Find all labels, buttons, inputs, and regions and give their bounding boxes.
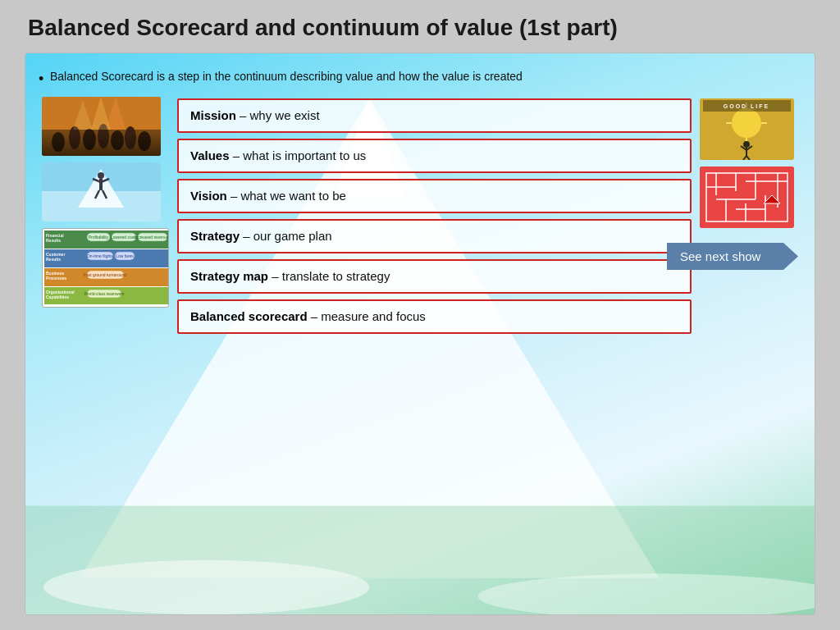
values-text: – what is important to us [230, 148, 367, 163]
svg-text:GOOD LIFE: GOOD LIFE [724, 103, 770, 109]
svg-point-58 [743, 141, 750, 148]
person-mountain-image [42, 162, 161, 221]
scorecard-diagram: Financial Results Profitability Lowered … [42, 228, 169, 308]
page-title: Balanced Scorecard and continuum of valu… [25, 15, 815, 41]
strategy-label: Strategy [190, 229, 240, 244]
svg-point-7 [52, 132, 65, 152]
content-area: Financial Results Profitability Lowered … [42, 97, 798, 605]
svg-point-13 [138, 131, 151, 151]
center-boxes: Mission – why we exist Values – what is … [177, 97, 692, 605]
svg-text:Fast ground turnaround: Fast ground turnaround [84, 272, 126, 277]
balanced-scorecard-text: – measure and focus [308, 309, 426, 324]
mission-box: Mission – why we exist [177, 98, 692, 133]
svg-text:Profitability: Profitability [89, 235, 109, 240]
svg-text:Processes: Processes [46, 276, 66, 281]
svg-text:Results: Results [46, 238, 61, 243]
see-next-button[interactable]: See next show [667, 243, 798, 270]
svg-text:On-time flights: On-time flights [87, 253, 114, 258]
strategy-map-label: Strategy map [190, 269, 268, 284]
svg-text:Lowered costs: Lowered costs [111, 235, 138, 240]
svg-point-11 [111, 130, 124, 150]
svg-point-9 [83, 129, 96, 150]
slide-container: Balanced Scorecard is a step in the cont… [25, 52, 815, 615]
balanced-scorecard-label: Balanced scorecard [190, 309, 308, 324]
vision-box: Vision – what we want to be [177, 179, 692, 213]
svg-text:Increased revenues: Increased revenues [135, 235, 169, 240]
values-box: Values – what is important to us [177, 139, 692, 173]
svg-rect-6 [42, 130, 161, 156]
vision-label: Vision [190, 189, 227, 203]
svg-text:World-class teamwork: World-class teamwork [84, 291, 125, 296]
mission-text: – why we exist [236, 108, 320, 123]
good-life-image: GOOD LIFE [700, 98, 794, 160]
right-images: GOOD LIFE [700, 97, 798, 605]
svg-text:Results: Results [46, 257, 61, 262]
mission-label: Mission [190, 108, 236, 123]
left-images: Financial Results Profitability Lowered … [42, 97, 169, 605]
vision-text: – what we want to be [227, 189, 346, 203]
strategy-box: Strategy – our game plan [177, 219, 692, 253]
strategy-text: – our game plan [240, 229, 332, 244]
svg-point-53 [732, 108, 761, 138]
strategy-map-text: – translate to strategy [268, 269, 390, 284]
svg-rect-66 [700, 167, 794, 228]
values-label: Values [190, 148, 230, 163]
balanced-scorecard-box: Balanced scorecard – measure and focus [177, 299, 692, 334]
svg-point-8 [69, 126, 80, 149]
svg-text:Capabilities: Capabilities [46, 294, 69, 299]
svg-point-12 [125, 126, 136, 149]
maze-image [700, 167, 794, 228]
svg-text:Low fares: Low fares [116, 253, 134, 258]
svg-point-20 [98, 172, 104, 179]
strategy-map-box: Strategy map – translate to strategy [177, 259, 692, 294]
concert-image [42, 97, 161, 156]
bullet-point: Balanced Scorecard is a step in the cont… [42, 68, 798, 85]
